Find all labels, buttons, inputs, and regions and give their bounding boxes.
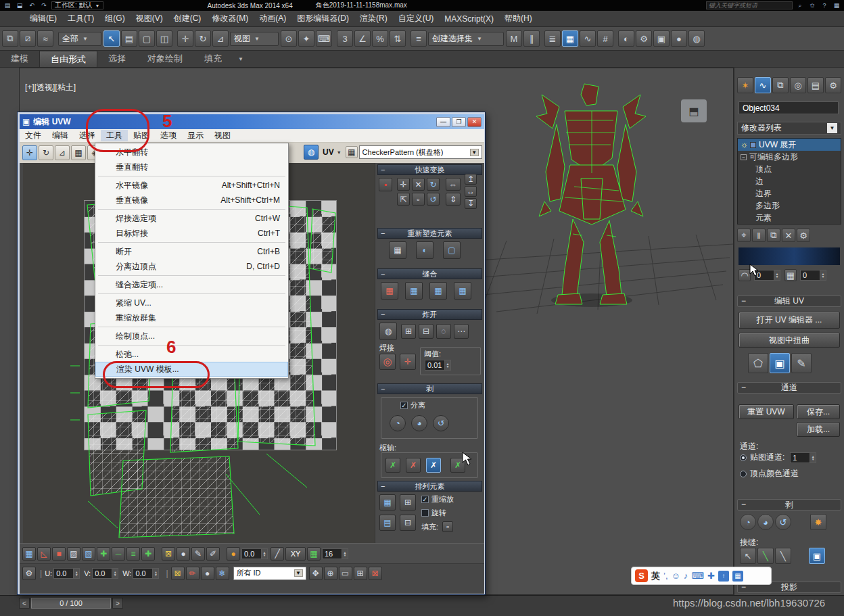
viewport-label[interactable]: [+][透视][粘土] (25, 82, 76, 93)
falloff-blue-icon[interactable]: ▧ (82, 547, 95, 561)
load-button[interactable]: 加载... (797, 422, 840, 437)
arrow-down-icon[interactable]: ↧ (465, 198, 477, 209)
edit-uv-rollout-header[interactable]: −编辑 UV (737, 295, 841, 307)
unlink-selection-icon[interactable]: ⧄ (20, 30, 36, 47)
explode-edges-icon[interactable]: ◌ (436, 324, 451, 339)
uvw-menu-view[interactable]: 视图 (209, 130, 236, 141)
pack-custom-icon[interactable]: ▤ (379, 515, 396, 531)
selection-filter-combo[interactable]: 全部▼ (58, 32, 101, 46)
menu-customize[interactable]: 自定义(U) (393, 13, 440, 24)
w-spinner[interactable]: 0.0▲▼ (133, 568, 159, 579)
render-setup-icon[interactable]: ⚙ (636, 30, 652, 47)
stretch-v-icon[interactable]: ⇕ (446, 193, 461, 206)
workspace-selector[interactable]: 工作区: 默认▼ (51, 1, 103, 9)
pin-stack-icon[interactable]: ⌖ (737, 229, 751, 242)
falloff-image-icon[interactable]: ▨ (67, 547, 80, 561)
falloff-square-icon[interactable]: ■ (52, 547, 66, 561)
paint-select-icon[interactable]: ✏ (186, 567, 200, 580)
brush2-icon[interactable]: ✐ (206, 547, 220, 561)
paint-value-icon[interactable]: ● (227, 547, 240, 561)
texture-pattern-combo[interactable]: CheckerPattern (棋盘格) ▼ (359, 145, 482, 159)
stack-item-editable-poly[interactable]: −可编辑多边形 (738, 151, 841, 163)
pivot-green1-icon[interactable]: ✗ (385, 458, 400, 473)
arrange-header[interactable]: −排列元素 (377, 481, 482, 492)
spinner-snap-icon[interactable]: ⇅ (390, 30, 406, 47)
minimize-button[interactable]: — (436, 117, 450, 127)
map-channel-radio[interactable] (740, 454, 747, 461)
menu-help[interactable]: 帮助(H) (499, 13, 538, 24)
pan-icon[interactable]: ✥ (309, 567, 323, 580)
stack-item-vertex[interactable]: 顶点 (738, 163, 841, 175)
reshape-header[interactable]: −重新塑造元素 (377, 228, 482, 239)
menu-animation[interactable]: 动画(A) (254, 13, 291, 24)
reset-uvw-button[interactable]: 重置 UVW (738, 404, 794, 419)
configure-stack-icon[interactable]: ⚙ (797, 229, 810, 242)
edge-add-icon[interactable]: ✚ (141, 547, 155, 561)
stack-item-border[interactable]: 边界 (738, 187, 841, 199)
menu-tools[interactable]: 工具(T) (62, 13, 99, 24)
peel-mode-icon[interactable]: ◔ (390, 415, 406, 431)
modifier-list-combo[interactable]: 修改器列表 ▼ (737, 122, 841, 135)
menu-item-mirror-horizontal[interactable]: 水平镜像Alt+Shift+Ctrl+N (95, 178, 288, 193)
show-grid-icon[interactable]: ▦ (22, 547, 36, 561)
layer-manager-icon[interactable]: ≣ (544, 30, 561, 47)
pen-icon[interactable]: ╱ (271, 547, 284, 561)
snap-grid-icon[interactable]: ▦ (307, 547, 321, 561)
ime-keyboard-icon[interactable]: ⌨ (691, 571, 704, 581)
menu-views[interactable]: 视图(V) (131, 13, 168, 24)
menu-item-target-weld[interactable]: 目标焊接Ctrl+T (95, 226, 288, 241)
uv-space-label[interactable]: UV (323, 147, 334, 157)
grid-size-spinner[interactable]: 16▲▼ (322, 548, 348, 559)
stitch-custom-icon[interactable]: ▦ (381, 282, 398, 300)
app-logo-icon[interactable]: ▤ (3, 1, 12, 9)
seam-edge-icon[interactable]: ╲ (757, 548, 774, 564)
uv-move-icon[interactable]: ✛ (22, 145, 37, 160)
space-h-icon[interactable]: ▫ (412, 193, 425, 206)
uvw-menu-edit[interactable]: 编辑 (47, 130, 74, 141)
stack-item-polygon[interactable]: 多边形 (738, 199, 841, 212)
select-object-icon[interactable]: ↖ (103, 30, 120, 47)
vertex-color-radio[interactable] (740, 471, 747, 477)
create-tab-icon[interactable]: ✶ (737, 77, 753, 93)
tab-selection[interactable]: 选择 (97, 51, 137, 67)
ribbon-toggle-icon[interactable]: ▦ (562, 30, 578, 47)
utilities-tab-icon[interactable]: ⚙ (825, 77, 841, 93)
snowflake-freeze-icon[interactable]: ❄ (216, 567, 229, 580)
collapse-icon[interactable]: − (741, 154, 747, 160)
menu-item-mirror-vertical[interactable]: 垂直镜像Alt+Shift+Ctrl+M (95, 193, 288, 208)
peel-sphere-icon[interactable]: ◔ (740, 514, 756, 530)
map-channel-spinner[interactable]: 1▲▼ (790, 452, 816, 463)
zoom-icon[interactable]: ⊕ (324, 567, 337, 580)
rotate-row[interactable]: ✓旋转 (421, 508, 446, 518)
rotate-cw-icon[interactable]: ↻ (427, 178, 440, 191)
seam-convert-icon[interactable]: ▣ (809, 548, 825, 564)
mirror-icon[interactable]: M (506, 30, 522, 47)
snap-toggle-icon[interactable]: 3 (337, 30, 353, 47)
time-slider[interactable]: 0 / 100 (31, 598, 111, 609)
rotate-ccw-icon[interactable]: ↺ (427, 193, 440, 206)
stack-item-uvw-unwrap[interactable]: ☼UVW 展开 (738, 139, 841, 151)
ime-skin-icon[interactable]: ✚ (707, 571, 715, 581)
options-icon[interactable]: ⚙ (22, 567, 36, 580)
seam-line-icon[interactable]: ╲ (775, 548, 791, 564)
explode-faces-icon[interactable]: ⊟ (419, 324, 433, 339)
material-editor-icon[interactable]: ◐ (618, 30, 634, 47)
tweak-in-view-button[interactable]: 视图中扭曲 (738, 333, 840, 348)
peel-reset-icon[interactable]: ↺ (433, 415, 449, 431)
align-v-icon[interactable]: ⇱ (397, 193, 410, 206)
ime-punctuation-icon[interactable]: ’, (663, 571, 668, 581)
menu-item-weld-selected[interactable]: 焊接选定项Ctrl+W (95, 211, 288, 226)
redo-icon[interactable]: ↷ (39, 1, 49, 9)
flatten-sphere-icon[interactable]: ◍ (379, 323, 397, 340)
separate-checkbox[interactable]: ✓ (400, 402, 408, 409)
search-icon[interactable]: ⌕ (795, 1, 805, 9)
show-end-result-icon[interactable]: ‖ (752, 229, 766, 242)
save-icon[interactable]: ⬓ (15, 1, 24, 9)
menu-item-flip-vertical[interactable]: 垂直翻转 (95, 160, 288, 174)
peel-rollout-header[interactable]: −剥 (737, 499, 841, 511)
zoom-region-icon[interactable]: ▭ (339, 567, 352, 580)
grid-icon[interactable]: ▦ (832, 1, 841, 9)
rendered-frame-icon[interactable]: ▣ (653, 30, 670, 47)
selection-region-icon[interactable]: ▢ (139, 30, 155, 47)
grid-spinner[interactable]: 0▲▼ (800, 270, 826, 281)
